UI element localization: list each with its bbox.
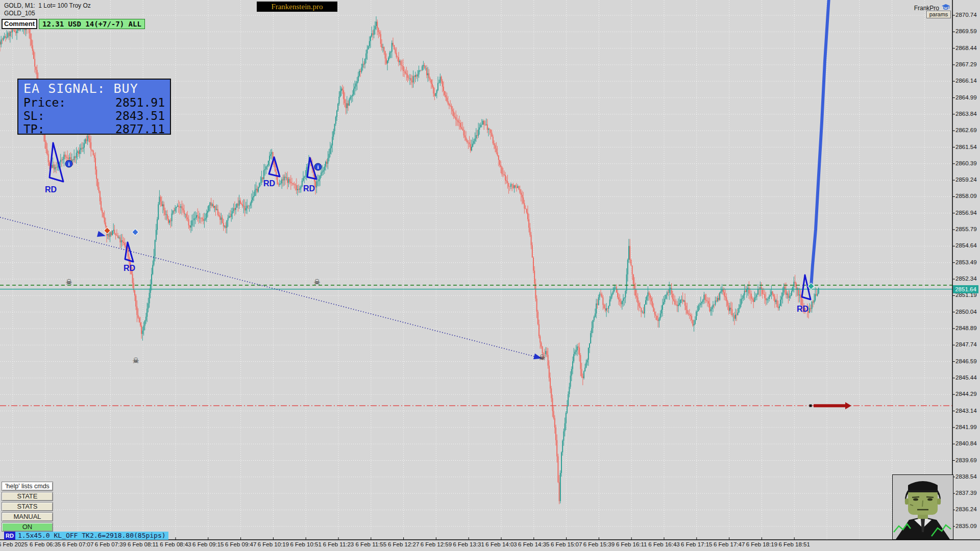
- svg-text:RD: RD: [797, 305, 808, 313]
- price-tick-label: 2867.29: [955, 61, 977, 67]
- ea-tp-label: TP:: [23, 122, 45, 136]
- svg-text:RD: RD: [45, 185, 57, 194]
- price-tick-label: 2855.79: [955, 226, 977, 232]
- price-tick-label: 2837.39: [955, 490, 977, 496]
- price-tick-label: 2870.74: [955, 12, 977, 18]
- indicator-title: GOLD_105: [4, 10, 35, 17]
- state-button[interactable]: STATE: [2, 492, 53, 501]
- comment-button[interactable]: Comment: [2, 19, 37, 29]
- ea-price-value: 2851.91: [115, 96, 165, 109]
- on-button[interactable]: ON: [2, 522, 53, 532]
- pnl-summary: 12.31 USD 14(+7/-7) ALL: [39, 19, 145, 29]
- price-tick-label: 2869.59: [955, 28, 977, 34]
- mt4-chart-window: RDRDRDRDRDii☠☠☠☠ GOLD, M1: 1 Lot= 100 Tr…: [0, 0, 980, 551]
- price-tick-label: 2858.09: [955, 193, 977, 199]
- params-button[interactable]: params: [926, 11, 951, 18]
- price-tick-label: 2845.44: [955, 374, 977, 381]
- time-tick-label: 6 Feb 18:51: [770, 541, 819, 547]
- price-tick-label: 2840.84: [955, 440, 977, 446]
- current-price-badge: 2851.64: [953, 285, 978, 293]
- price-tick-label: 2838.54: [955, 473, 977, 480]
- price-tick-label: 2868.44: [955, 45, 977, 51]
- price-tick-label: 2860.39: [955, 160, 977, 166]
- price-tick-label: 2843.14: [955, 408, 977, 414]
- svg-text:☠: ☠: [65, 278, 72, 287]
- price-tick-label: 2862.69: [955, 127, 977, 133]
- svg-text:i: i: [317, 164, 318, 170]
- price-tick-label: 2859.24: [955, 177, 977, 183]
- price-tick-label: 2853.49: [955, 259, 977, 265]
- price-tick-label: 2846.59: [955, 358, 977, 364]
- manual-button[interactable]: MANUAL: [2, 512, 53, 521]
- price-tick-label: 2847.74: [955, 341, 977, 347]
- svg-text:☠: ☠: [132, 356, 139, 365]
- svg-text:RD: RD: [263, 179, 275, 188]
- svg-text:☠: ☠: [538, 353, 545, 362]
- stats-button[interactable]: STATS: [2, 502, 53, 511]
- svg-text:RD: RD: [303, 184, 315, 193]
- svg-text:RD: RD: [124, 264, 135, 272]
- price-tick-label: 2863.84: [955, 111, 977, 117]
- price-tick-label: 2850.04: [955, 309, 977, 315]
- ea-tp-value: 2877.11: [115, 122, 165, 136]
- ea-signal-panel: EA SIGNAL: BUY Price:2851.91 SL:2843.51 …: [17, 79, 171, 135]
- price-tick-label: 2835.09: [955, 523, 977, 529]
- svg-text:☠: ☠: [313, 278, 320, 287]
- svg-text:i: i: [68, 161, 69, 167]
- status-text: 1.5x45.0 KL_OFF TK2.6=2918.80(85pips): [15, 532, 168, 540]
- symbol-title: GOLD, M1: 1 Lot= 100 Troy Oz: [4, 2, 91, 9]
- ea-sl-label: SL:: [23, 109, 45, 122]
- price-tick-label: 2836.24: [955, 506, 977, 512]
- price-tick-label: 2854.64: [955, 242, 977, 248]
- price-tick-label: 2844.29: [955, 391, 977, 397]
- price-tick-label: 2852.34: [955, 276, 977, 282]
- ea-signal-title: EA SIGNAL: BUY: [23, 81, 165, 96]
- ea-status-bar: RD 1.5x45.0 KL_OFF TK2.6=2918.80(85pips): [4, 532, 168, 540]
- frankenstein-image: [892, 474, 953, 540]
- ea-sl-value: 2843.51: [115, 109, 165, 122]
- price-tick-label: 2856.94: [955, 210, 977, 216]
- ea-price-label: Price:: [23, 96, 66, 109]
- price-tick-label: 2848.89: [955, 325, 977, 331]
- watermark-label: Frankenstein.pro: [257, 2, 337, 12]
- price-tick-label: 2839.69: [955, 457, 977, 463]
- price-tick-label: 2841.99: [955, 424, 977, 430]
- price-tick-label: 2864.99: [955, 94, 977, 101]
- help-button[interactable]: 'help' lists cmds: [2, 482, 53, 491]
- status-badge: RD: [4, 532, 15, 540]
- price-tick-label: 2866.14: [955, 78, 977, 84]
- price-tick-label: 2861.54: [955, 144, 977, 150]
